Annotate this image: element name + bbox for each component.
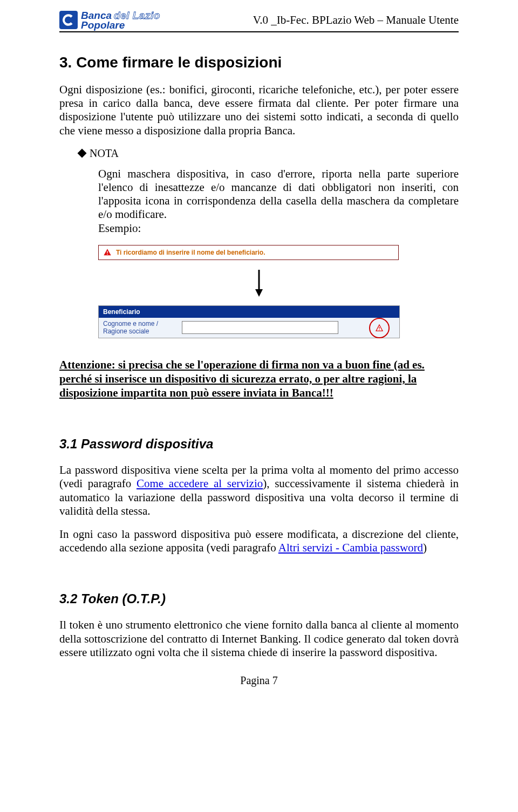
- link-altri-servizi[interactable]: Altri servizi - Cambia password: [278, 541, 423, 554]
- page-header: Banca del Lazio Popolare V.0 _Ib-Fec. BP…: [59, 10, 459, 30]
- warning-banner: Ti ricordiamo di inserire il nome del be…: [98, 245, 399, 260]
- svg-rect-1: [107, 254, 107, 254]
- section-3-1-para2: In ogni caso la password dispositiva può…: [59, 528, 459, 555]
- section-3-1-title: 3.1 Password dispositiva: [59, 436, 459, 452]
- doc-title: V.0 _Ib-Fec. BPLazio Web – Manuale Utent…: [253, 13, 459, 27]
- bank-logo: Banca del Lazio Popolare: [59, 10, 160, 30]
- nota-label-row: NOTA: [79, 147, 459, 160]
- arrow-down-icon: [59, 270, 459, 302]
- nota-body-text: Ogni maschera dispositiva, in caso d'err…: [98, 167, 459, 221]
- section-3-intro: Ogni disposizione (es.: bonifici, giroco…: [59, 83, 459, 138]
- svg-marker-3: [255, 289, 263, 297]
- nota-esempio: Esempio:: [98, 222, 141, 235]
- beneficiario-field-label: Cognome e nome / Ragione sociale: [99, 318, 178, 338]
- page-number: Pagina 7: [59, 674, 459, 687]
- nota-body: Ogni maschera dispositiva, in caso d'err…: [98, 167, 459, 235]
- warning-triangle-icon: [103, 248, 112, 257]
- section-3-2-title: 3.2 Token (O.T.P.): [59, 591, 459, 606]
- logo-swirl-icon: [59, 11, 78, 29]
- attention-note: Attenzione: si precisa che se l'operazio…: [59, 358, 459, 400]
- header-rule: [59, 31, 459, 32]
- beneficiario-header: Beneficiario: [99, 306, 399, 318]
- svg-rect-5: [379, 330, 379, 330]
- section-3-1-para1: La password dispositiva viene scelta per…: [59, 463, 459, 518]
- beneficiario-widget: Beneficiario Cognome e nome / Ragione so…: [98, 305, 400, 338]
- logo-word-popolare: Popolare: [81, 21, 160, 30]
- warning-text: Ti ricordiamo di inserire il nome del be…: [116, 249, 265, 256]
- beneficiario-input[interactable]: [182, 321, 338, 334]
- section-3-title: 3. Come firmare le disposizioni: [59, 54, 459, 71]
- svg-rect-0: [107, 251, 107, 253]
- link-come-accedere[interactable]: Come accedere al servizio: [137, 477, 263, 490]
- nota-block: NOTA Ogni maschera dispositiva, in caso …: [79, 147, 459, 235]
- para2-b: ): [423, 541, 427, 554]
- field-error-highlight: [369, 318, 390, 338]
- section-3-2-para: Il token è uno strumento elettronico che…: [59, 618, 459, 659]
- logo-text: Banca del Lazio Popolare: [81, 10, 160, 30]
- nota-label: NOTA: [90, 147, 119, 160]
- svg-rect-4: [379, 327, 379, 329]
- diamond-bullet-icon: [78, 149, 87, 158]
- warning-triangle-icon: [375, 324, 384, 332]
